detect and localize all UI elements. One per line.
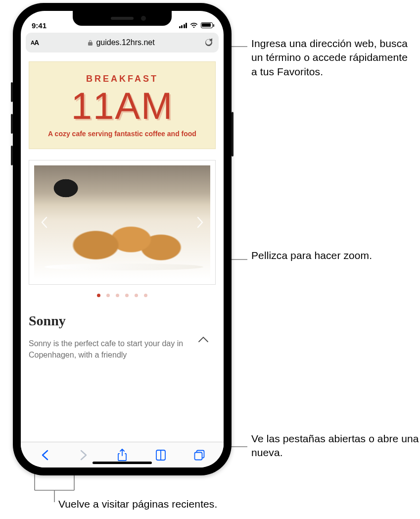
wifi-icon: [190, 22, 198, 28]
dot[interactable]: [106, 294, 110, 297]
text-size-icon[interactable]: AA: [31, 39, 39, 47]
phone-frame: 9:41 AA guides.12hrs.net BREAK: [13, 3, 232, 475]
hero-headline: 11AM: [36, 87, 208, 125]
web-page-content[interactable]: BREAKFAST 11AM A cozy cafe serving fanta…: [21, 52, 224, 442]
dot[interactable]: [135, 294, 138, 297]
tabs-button[interactable]: [191, 447, 207, 463]
address-bar[interactable]: AA guides.12hrs.net: [26, 33, 219, 52]
callout-history: Vuelve a visitar páginas recientes.: [58, 497, 306, 511]
dot[interactable]: [125, 294, 129, 297]
forward-button[interactable]: [76, 447, 92, 463]
share-button[interactable]: [114, 447, 130, 463]
bookmarks-button[interactable]: [153, 447, 169, 463]
chevron-up-icon[interactable]: [198, 336, 209, 345]
carousel-prev-icon[interactable]: [37, 213, 51, 231]
hero-banner: BREAKFAST 11AM A cozy cafe serving fanta…: [29, 61, 216, 149]
hero-subtitle: A cozy cafe serving fantastic coffee and…: [36, 130, 208, 138]
hero-kicker: BREAKFAST: [36, 74, 208, 84]
image-carousel[interactable]: [29, 160, 216, 285]
carousel-image: [34, 165, 210, 279]
back-button[interactable]: [37, 447, 53, 463]
callout-pinch-zoom: Pellizca para hacer zoom.: [251, 249, 400, 262]
phone-notch: [73, 11, 172, 26]
battery-icon: [201, 22, 213, 28]
article-title: Sonny: [29, 313, 216, 329]
callout-address-bar: Ingresa una dirección web, busca un térm…: [251, 37, 410, 79]
phone-screen: 9:41 AA guides.12hrs.net BREAK: [21, 11, 224, 467]
article-body: Sonny is the perfect cafe to start your …: [29, 338, 216, 361]
article: Sonny Sonny is the perfect cafe to start…: [29, 313, 216, 361]
url-text: guides.12hrs.net: [96, 38, 154, 47]
status-time: 9:41: [32, 21, 47, 30]
svg-rect-1: [195, 453, 202, 460]
dot[interactable]: [116, 294, 119, 297]
safari-toolbar: [21, 442, 224, 467]
callout-tabs: Ve las pestañas abiertas o abre una nuev…: [251, 432, 420, 460]
carousel-dots[interactable]: [29, 294, 216, 297]
carousel-next-icon[interactable]: [193, 213, 207, 231]
home-indicator[interactable]: [93, 462, 152, 464]
cellular-signal-icon: [179, 23, 187, 28]
dot[interactable]: [144, 294, 147, 297]
dot[interactable]: [97, 294, 100, 297]
reload-icon[interactable]: [204, 38, 214, 48]
lock-icon: [88, 40, 93, 46]
